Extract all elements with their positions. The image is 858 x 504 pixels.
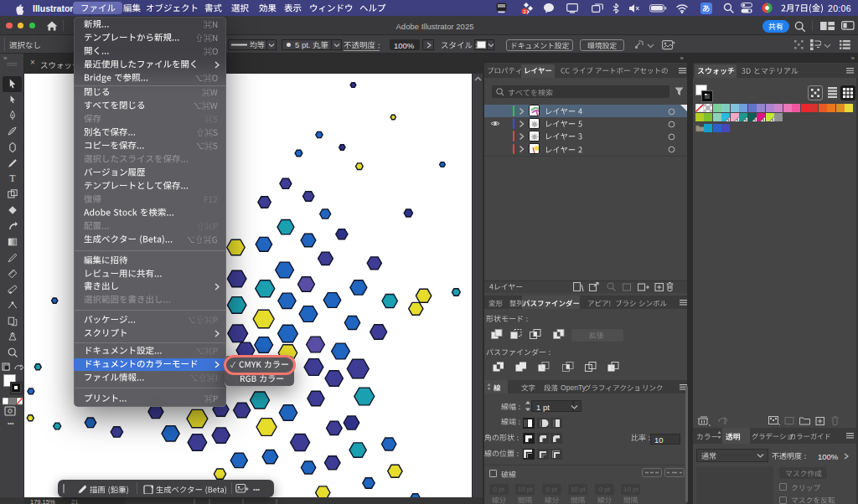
svg-text:T: T <box>9 173 16 185</box>
svg-text:2: 2 <box>523 9 525 14</box>
